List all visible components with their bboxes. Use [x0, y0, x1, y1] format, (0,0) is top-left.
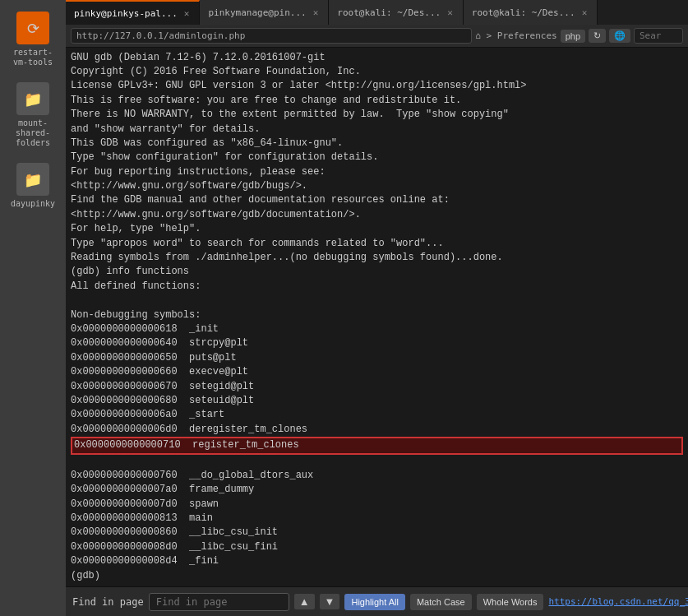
sidebar-item-restart-vm-tools[interactable]: ⟳ restart-vm-tools — [4, 7, 62, 72]
tab-close-icon[interactable]: ✕ — [580, 7, 589, 19]
find-input[interactable] — [153, 594, 285, 610]
tab-close-icon[interactable]: ✕ — [446, 7, 455, 19]
sidebar-item-label: dayupinky — [11, 199, 55, 209]
tab-root-kali-1[interactable]: root@kali: ~/Des... ✕ — [329, 0, 463, 25]
sidebar-item-dayupinky[interactable]: 📁 dayupinky — [4, 158, 62, 214]
globe-button[interactable]: 🌐 — [609, 29, 630, 43]
find-label: Find in page — [72, 596, 144, 608]
tab-label: root@kali: ~/Des... — [337, 7, 441, 18]
tab-bar: pinky@pinkys-pal... ✕ pinkymanage@pin...… — [66, 0, 688, 25]
address-bar: ⌂ > Preferences php ↻ 🌐 — [66, 25, 688, 48]
reload-button[interactable]: ↻ — [589, 29, 606, 43]
mount-shared-folders-icon: 📁 — [16, 82, 49, 115]
tab-label: pinkymanage@pin... — [208, 7, 306, 18]
highlight-all-button[interactable]: Highlight All — [344, 594, 404, 610]
tab-label: pinky@pinkys-pal... — [74, 8, 178, 19]
dayupinky-icon: 📁 — [16, 163, 49, 196]
find-up-button[interactable]: ▲ — [294, 594, 315, 609]
tab-close-icon[interactable]: ✕ — [312, 7, 321, 19]
tab-label: root@kali: ~/Des... — [472, 7, 575, 18]
search-input[interactable] — [634, 28, 683, 44]
tab-pinky-palace[interactable]: pinky@pinkys-pal... ✕ — [66, 0, 200, 25]
find-input-wrap — [149, 593, 289, 611]
sidebar: ⟳ restart-vm-tools 📁 mount-shared-folder… — [0, 0, 66, 616]
url-input[interactable] — [71, 28, 472, 44]
find-bar: Find in page ▲ ▼ Highlight All Match Cas… — [66, 586, 688, 616]
terminal-output[interactable]: AAAAAAAAAAAAAAAAAAAAAAAAAAAAAAAAAAAAAAAA… — [66, 48, 688, 586]
whole-words-button[interactable]: Whole Words — [477, 594, 544, 610]
match-case-button[interactable]: Match Case — [410, 594, 472, 610]
find-down-button[interactable]: ▼ — [320, 594, 340, 609]
tab-root-kali-2[interactable]: root@kali: ~/Des... ✕ — [464, 0, 598, 25]
main-area: pinky@pinkys-pal... ✕ pinkymanage@pin...… — [66, 0, 688, 616]
php-button[interactable]: php — [561, 30, 585, 43]
sidebar-item-mount-shared-folders[interactable]: 📁 mount-shared-folders — [4, 77, 62, 153]
find-link[interactable]: https://blog.csdn.net/qq_34801745 — [548, 596, 688, 607]
tab-close-icon[interactable]: ✕ — [182, 7, 192, 20]
sidebar-item-label: mount-shared-folders — [7, 118, 58, 148]
sidebar-item-label: restart-vm-tools — [7, 48, 58, 67]
breadcrumb: ⌂ > Preferences — [475, 30, 556, 41]
restart-vm-tools-icon: ⟳ — [16, 12, 49, 44]
tab-pinkymanage[interactable]: pinkymanage@pin... ✕ — [200, 0, 329, 25]
